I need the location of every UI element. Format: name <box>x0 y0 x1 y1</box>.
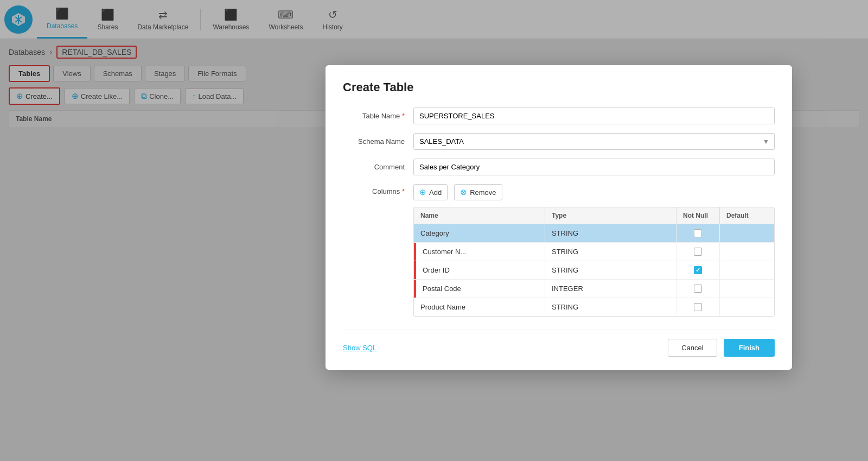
create-like-button[interactable]: ⊕ Create Like... <box>65 88 130 104</box>
breadcrumb-arrow: › <box>49 47 52 57</box>
load-data-button[interactable]: ↑ Load Data... <box>185 89 244 104</box>
load-data-icon: ↑ <box>192 92 196 101</box>
nav-item-warehouses-label: Warehouses <box>213 23 249 31</box>
shares-icon: ⬛ <box>101 8 114 21</box>
required-star: * <box>402 112 405 120</box>
nav-item-data-marketplace[interactable]: ⇄ Data Marketplace <box>127 0 198 39</box>
nav-item-warehouses[interactable]: ⬛ Warehouses <box>203 0 259 39</box>
table-name-label: Table Name * <box>343 112 413 120</box>
databases-icon: ⬛ <box>55 7 69 20</box>
clone-button[interactable]: ⧉ Clone... <box>134 88 181 104</box>
nav-item-worksheets-label: Worksheets <box>269 23 303 31</box>
nav-item-databases[interactable]: ⬛ Databases <box>37 0 87 39</box>
logo <box>4 5 33 34</box>
breadcrumb-root: Databases <box>9 48 45 56</box>
schema-name-row: Schema Name SALES_DATA ▼ <box>343 133 775 134</box>
tab-tables[interactable]: Tables <box>9 65 50 82</box>
warehouses-icon: ⬛ <box>224 8 238 21</box>
schema-select[interactable]: SALES_DATA <box>413 133 775 134</box>
tab-schemas[interactable]: Schemas <box>94 66 142 81</box>
nav-separator <box>200 9 201 30</box>
nav-item-data-marketplace-label: Data Marketplace <box>137 23 188 31</box>
nav-items: ⬛ Databases ⬛ Shares ⇄ Data Marketplace … <box>37 0 353 39</box>
breadcrumb-current: RETAIL_DB_SALES <box>56 46 137 59</box>
nav-item-history[interactable]: ↺ History <box>313 0 353 39</box>
nav-item-worksheets[interactable]: ⌨ Worksheets <box>259 0 312 39</box>
create-table-dialog: Create Table Table Name * Schema Name SA… <box>326 65 792 134</box>
col-table-name: Table Name <box>9 111 349 127</box>
nav-item-databases-label: Databases <box>47 22 78 30</box>
tab-file-formats[interactable]: File Formats <box>188 66 246 81</box>
dialog-title: Create Table <box>343 80 775 94</box>
tab-stages[interactable]: Stages <box>145 66 185 81</box>
nav-item-shares-label: Shares <box>97 23 118 31</box>
create-icon: ⊕ <box>16 91 23 101</box>
top-nav: ⬛ Databases ⬛ Shares ⇄ Data Marketplace … <box>0 0 868 39</box>
tab-views[interactable]: Views <box>53 66 90 81</box>
nav-item-history-label: History <box>323 23 343 31</box>
nav-item-shares[interactable]: ⬛ Shares <box>87 0 127 39</box>
worksheets-icon: ⌨ <box>278 8 293 21</box>
breadcrumb: Databases › RETAIL_DB_SALES <box>9 46 859 59</box>
history-icon: ↺ <box>328 8 337 21</box>
schema-select-wrapper: SALES_DATA ▼ <box>413 133 775 134</box>
create-like-icon: ⊕ <box>72 91 79 101</box>
table-name-input[interactable] <box>413 108 775 124</box>
clone-icon: ⧉ <box>141 91 147 101</box>
create-button[interactable]: ⊕ Create... <box>9 87 60 105</box>
data-marketplace-icon: ⇄ <box>158 8 168 21</box>
table-name-row: Table Name * <box>343 108 775 124</box>
